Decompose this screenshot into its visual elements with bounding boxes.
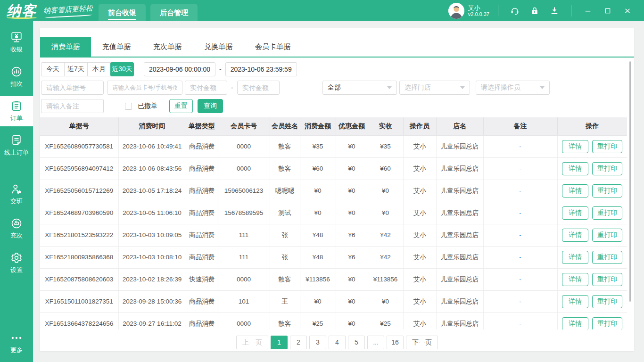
filter-row-criteria: - 全部 选择门店 请选择操作员 xyxy=(41,81,634,95)
download-icon[interactable] xyxy=(550,6,559,16)
maximize-button[interactable] xyxy=(604,7,611,15)
reprint-button[interactable]: 重打印 xyxy=(592,206,622,220)
table-row: XF165218015235932222023-10-03 10:09:05商品… xyxy=(40,224,627,246)
reprint-button[interactable]: 重打印 xyxy=(592,317,622,330)
page-number-button[interactable]: 4 xyxy=(329,336,346,349)
cell-paid: ¥0 xyxy=(368,180,403,202)
remark-input[interactable] xyxy=(41,99,104,113)
cell-paid: ¥35 xyxy=(368,135,403,157)
sidebar-item-recharge[interactable]: 充次 xyxy=(0,214,33,244)
doc-tab[interactable]: 会员卡单据 xyxy=(244,37,302,57)
shift-icon xyxy=(10,183,23,195)
detail-button[interactable]: 详情 xyxy=(562,295,588,308)
reprint-button[interactable]: 重打印 xyxy=(592,184,622,197)
content-card: 消费单据充值单据充次单据兑换单据会员卡单据 今天近7天本月近30天 - - 全部 xyxy=(40,28,634,351)
sidebar-item-cashier[interactable]: 收银 xyxy=(0,27,33,58)
page-number-button[interactable]: 3 xyxy=(309,336,326,349)
doc-tab[interactable]: 兑换单据 xyxy=(193,37,244,57)
detail-button[interactable]: 详情 xyxy=(562,317,588,330)
quick-range-button[interactable]: 本月 xyxy=(87,62,111,76)
end-date-input[interactable] xyxy=(225,62,297,76)
cell-operator: 艾小 xyxy=(403,246,436,268)
member-search-input[interactable] xyxy=(107,81,182,95)
reset-button[interactable]: 重置 xyxy=(169,99,193,113)
quick-range-button[interactable]: 近30天 xyxy=(110,62,134,76)
page-number-button[interactable]: 1 xyxy=(271,336,288,349)
column-header: 备注 xyxy=(483,117,557,135)
detail-button[interactable]: 详情 xyxy=(562,140,588,153)
cell-discount: ¥0 xyxy=(336,290,368,313)
cell-remark: - xyxy=(483,157,557,180)
doc-tab[interactable]: 消费单据 xyxy=(40,37,91,57)
cell-discount: ¥0 xyxy=(336,202,368,224)
sidebar-item-deduct[interactable]: 扣次 xyxy=(0,62,33,92)
detail-button[interactable]: 详情 xyxy=(562,184,588,197)
type-select[interactable]: 全部 xyxy=(322,81,397,95)
cell-type: 商品消费 xyxy=(186,157,218,180)
sidebar: 收银扣次订单线上订单交班充次设置更多 xyxy=(0,21,33,362)
reprint-button[interactable]: 重打印 xyxy=(592,295,622,308)
app-logo: 纳客 xyxy=(7,0,37,21)
column-header: 单据类型 xyxy=(186,117,218,135)
cell-amount: ¥48 xyxy=(300,224,336,246)
vertical-scrollbar[interactable] xyxy=(629,61,631,302)
voided-checkbox[interactable] xyxy=(125,103,132,110)
table-row: XF165250560157122692023-10-05 17:18:24商品… xyxy=(40,180,627,202)
quick-range-button[interactable]: 近7天 xyxy=(64,62,88,76)
cell-discount: ¥0 xyxy=(336,135,368,157)
amount-min-input[interactable] xyxy=(185,81,227,95)
lock-icon[interactable] xyxy=(530,6,539,16)
cell-remark: - xyxy=(483,180,557,202)
top-nav-tab[interactable]: 前台收银 xyxy=(99,4,146,21)
detail-button[interactable]: 详情 xyxy=(562,229,588,242)
cell-remark: - xyxy=(483,135,557,157)
page-number-button[interactable]: 16 xyxy=(387,336,404,349)
page-ellipsis[interactable]: ... xyxy=(367,336,384,349)
page-next-button[interactable]: 下一页 xyxy=(406,336,438,349)
top-nav-tab[interactable]: 后台管理 xyxy=(150,4,198,21)
settings-icon xyxy=(10,252,23,264)
detail-button[interactable]: 详情 xyxy=(562,206,588,220)
detail-button[interactable]: 详情 xyxy=(562,162,588,175)
detail-button[interactable]: 详情 xyxy=(562,251,588,264)
sidebar-item-label: 设置 xyxy=(10,266,23,274)
cell-card_no: 15678589595 xyxy=(218,202,270,224)
main-area: 消费单据充值单据充次单据兑换单据会员卡单据 今天近7天本月近30天 - - 全部 xyxy=(33,21,644,362)
reprint-button[interactable]: 重打印 xyxy=(592,273,622,286)
sidebar-item-more[interactable]: 更多 xyxy=(0,328,33,358)
sidebar-item-settings[interactable]: 设置 xyxy=(0,248,33,278)
top-nav-tab-label: 前台收银 xyxy=(108,8,136,20)
cell-store: 儿童乐园总店 xyxy=(436,157,483,180)
sidebar-item-shift[interactable]: 交班 xyxy=(0,179,33,209)
close-button[interactable] xyxy=(624,7,631,15)
cell-time: 2023-10-02 18:26:39 xyxy=(118,268,186,290)
page-number-button[interactable]: 2 xyxy=(290,336,307,349)
more-icon xyxy=(10,332,23,344)
quick-range-button[interactable]: 今天 xyxy=(41,62,65,76)
reprint-button[interactable]: 重打印 xyxy=(592,162,622,175)
start-date-input[interactable] xyxy=(144,62,215,76)
detail-button[interactable]: 详情 xyxy=(562,273,588,286)
cell-remark: - xyxy=(483,202,557,224)
minimize-button[interactable] xyxy=(584,7,592,15)
cell-amount: ¥0 xyxy=(300,202,336,224)
avatar[interactable] xyxy=(448,3,464,19)
sidebar-item-online-orders[interactable]: 线上订单 xyxy=(0,131,33,161)
amount-max-input[interactable] xyxy=(237,81,280,95)
column-header: 优惠金额 xyxy=(336,117,368,135)
reprint-button[interactable]: 重打印 xyxy=(592,140,622,153)
service-icon[interactable] xyxy=(510,6,520,16)
doc-tab[interactable]: 充次单据 xyxy=(142,37,193,57)
doc-tab[interactable]: 充值单据 xyxy=(91,37,142,57)
search-button[interactable]: 查询 xyxy=(198,99,223,113)
cell-operator: 艾小 xyxy=(403,290,436,313)
top-nav-tab-label: 后台管理 xyxy=(160,8,188,20)
column-header: 会员卡号 xyxy=(218,117,270,135)
page-number-button[interactable]: 5 xyxy=(348,336,365,349)
store-select[interactable]: 选择门店 xyxy=(399,81,470,95)
sidebar-item-orders[interactable]: 订单 xyxy=(0,96,33,126)
reprint-button[interactable]: 重打印 xyxy=(592,251,622,264)
order-no-input[interactable] xyxy=(41,81,104,95)
operator-select[interactable]: 请选择操作员 xyxy=(476,81,550,95)
reprint-button[interactable]: 重打印 xyxy=(592,229,622,242)
